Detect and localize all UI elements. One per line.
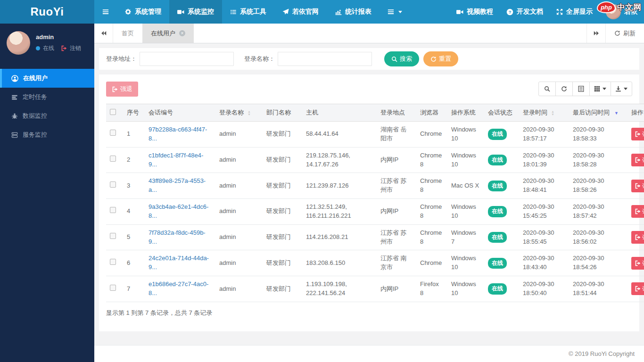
column-header-label: 序号 <box>127 109 139 116</box>
reset-button[interactable]: 重置 <box>423 51 458 66</box>
logout-link[interactable]: 注销 <box>70 44 81 52</box>
login-address-input[interactable] <box>140 52 234 66</box>
refresh-tab-button[interactable]: 刷新 <box>605 24 644 43</box>
cell-login-name: admin <box>215 250 263 276</box>
row-select-cell <box>106 276 123 302</box>
host-value: 121.239.87.126 <box>306 182 348 189</box>
nav-item[interactable]: 系统工具 <box>222 0 274 24</box>
nav-menu-toggle[interactable] <box>380 0 410 24</box>
row-checkbox[interactable] <box>110 207 116 213</box>
sidebar-item[interactable]: 在线用户 <box>0 69 94 88</box>
sign-out-icon <box>635 157 641 163</box>
sidebar-item[interactable]: 数据监控 <box>0 107 94 125</box>
column-header-label: 部门名称 <box>266 109 291 116</box>
force-logout-button[interactable]: 强退 <box>631 205 644 218</box>
force-logout-button[interactable]: 强退 <box>631 257 644 270</box>
user-avatar[interactable] <box>7 31 30 55</box>
cell-index: 1 <box>123 122 145 148</box>
session-link[interactable]: 7f78d32a-f8dc-459b-9... <box>149 229 206 245</box>
column-header-label: 操作 <box>631 109 644 116</box>
row-checkbox[interactable] <box>110 233 116 239</box>
search-button[interactable]: 搜索 <box>384 51 419 66</box>
nav-item[interactable]: 系统管理 <box>117 0 169 24</box>
nav-item[interactable]: 统计报表 <box>327 0 380 24</box>
export-dropdown-button[interactable] <box>611 82 632 96</box>
sign-out-icon <box>635 286 641 292</box>
columns-dropdown-button[interactable] <box>589 82 611 96</box>
tab-home[interactable]: 首页 <box>113 24 142 43</box>
force-logout-label: 强退 <box>642 130 644 138</box>
location-value: 江苏省 苏州市 <box>380 177 407 193</box>
force-logout-button[interactable]: 强退 <box>631 231 644 244</box>
nav-item[interactable]: 若依官网 <box>274 0 327 24</box>
session-link[interactable]: c1bfdec1-8f7f-48e4-9... <box>149 152 203 168</box>
nav-menu-toggle[interactable] <box>94 0 117 24</box>
tab-close-icon[interactable]: × <box>179 30 185 36</box>
user-panel: admin 在线 注销 <box>0 24 94 62</box>
row-checkbox[interactable] <box>110 181 116 188</box>
toggle-search-button[interactable] <box>538 82 556 96</box>
cell-host: 219.128.75.146, 14.17.67.26 <box>302 147 377 173</box>
nav-link[interactable]: 全屏显示 <box>550 0 599 24</box>
select-all-checkbox[interactable] <box>110 109 116 115</box>
session-link[interactable]: 9a3cb4ae-62e1-4dc6-8... <box>149 203 208 219</box>
session-link[interactable]: 97b2288a-c663-4f47-8... <box>149 126 207 142</box>
cell-session-id: 24c2e01a-714d-44da-9... <box>145 250 215 276</box>
column-header[interactable]: 登录时间▲▼ <box>519 104 569 122</box>
login-time-value: 2020-09-30 18:43:40 <box>523 255 554 271</box>
os-value: Windows 10 <box>451 280 476 296</box>
last-access-value: 2020-09-30 18:54:26 <box>573 255 604 271</box>
download-icon <box>615 86 621 92</box>
force-logout-button[interactable]: 强退 <box>631 128 644 140</box>
column-header[interactable]: 登录名称▲▼ <box>215 104 263 122</box>
login-name-input[interactable] <box>278 52 372 66</box>
session-link[interactable]: 24c2e01a-714d-44da-9... <box>149 255 209 271</box>
last-access-value: 2020-09-30 18:56:02 <box>573 229 604 245</box>
row-checkbox[interactable] <box>110 259 116 265</box>
refresh-table-button[interactable] <box>555 82 573 96</box>
index-value: 1 <box>127 130 130 137</box>
cell-last-access: 2020-09-30 18:51:44 <box>569 276 627 302</box>
column-header: 主机 <box>302 104 377 122</box>
row-checkbox[interactable] <box>110 285 116 291</box>
table-row: 57f78d32a-f8dc-459b-9...admin研发部门114.216… <box>106 224 644 250</box>
force-logout-button[interactable]: 强退 <box>631 282 644 295</box>
brand-logo[interactable]: RuoYi <box>0 0 94 24</box>
nav-item[interactable]: 系统监控 <box>169 0 222 24</box>
session-link[interactable]: e1b686ed-27c7-4ac0-8... <box>149 280 208 296</box>
table-panel: 强退 <box>99 74 639 331</box>
column-header[interactable]: 最后访问时间▼ <box>569 104 627 122</box>
sidebar-item[interactable]: 定时任务 <box>0 88 94 107</box>
column-header-label: 主机 <box>306 109 318 116</box>
force-logout-button[interactable]: 强退 <box>631 154 644 166</box>
batch-force-logout-button[interactable]: 强退 <box>106 82 138 97</box>
os-value: Windows 10 <box>451 152 476 168</box>
cell-os: Windows 10 <box>447 147 484 173</box>
session-link[interactable]: 43ff89e8-257a-4553-a... <box>149 177 206 193</box>
column-header-label: 登录地点 <box>380 109 405 116</box>
tabs-scroll-right-button[interactable] <box>586 24 605 43</box>
tabs-scroll-left-button[interactable] <box>94 24 113 43</box>
nav-link[interactable]: ?开发文档 <box>500 0 550 24</box>
sidebar-menu: 在线用户定时任务数据监控服务监控 <box>0 69 94 144</box>
cell-last-access: 2020-09-30 18:54:26 <box>569 250 627 276</box>
status-badge: 在线 <box>488 258 507 269</box>
nav-item-label: 系统工具 <box>240 8 266 16</box>
sidebar-item[interactable]: 服务监控 <box>0 125 94 144</box>
location-value: 湖南省 岳阳市 <box>380 126 407 142</box>
row-checkbox[interactable] <box>110 130 116 136</box>
tab-online-users[interactable]: 在线用户 × <box>142 24 194 43</box>
row-checkbox[interactable] <box>110 156 116 162</box>
cell-login-name: admin <box>215 199 263 225</box>
column-header-label: 登录名称 <box>219 109 244 116</box>
force-logout-button[interactable]: 强退 <box>631 180 644 192</box>
tab-home-label: 首页 <box>122 29 134 38</box>
login-name-value: admin <box>219 207 236 214</box>
nav-link[interactable]: 视频教程 <box>450 0 500 24</box>
cell-login-name: admin <box>215 224 263 250</box>
search-panel: 登录地址： 登录名称： 搜索 重置 <box>99 48 639 70</box>
cell-login-time: 2020-09-30 18:01:39 <box>519 147 569 173</box>
card-view-button[interactable] <box>572 82 590 96</box>
cell-login-time: 2020-09-30 18:43:40 <box>519 250 569 276</box>
caret-down-icon <box>624 88 627 90</box>
